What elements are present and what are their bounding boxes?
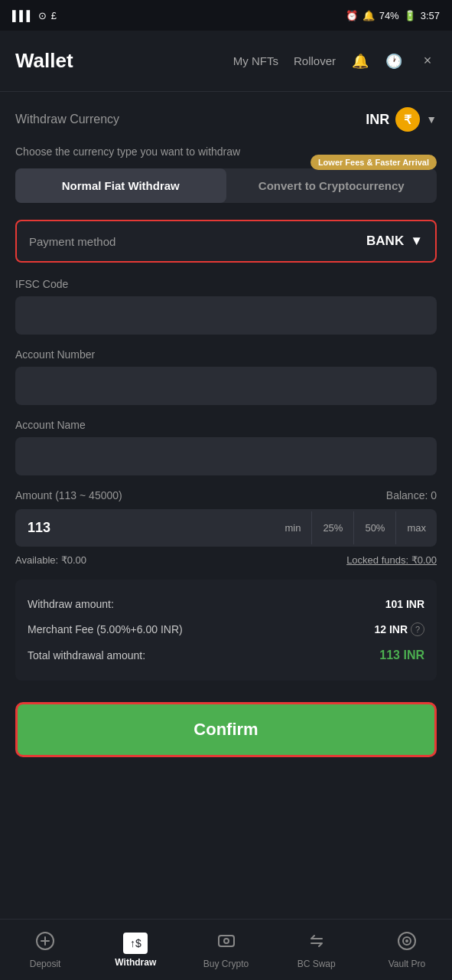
withdraw-amount-row: Withdraw amount: 101 INR	[28, 592, 424, 616]
withdraw-icon: ↑$	[123, 933, 148, 954]
header-nav: My NFTs Rollover 🔔 🕐 ×	[233, 52, 437, 70]
withdraw-label: Withdraw	[115, 957, 156, 968]
nav-withdraw[interactable]: ↑$ Withdraw	[90, 920, 180, 980]
amount-header-row: Amount (113 ~ 45000) Balance: 0	[15, 489, 437, 501]
currency-symbol: ₹	[404, 113, 411, 127]
nav-bc-swap[interactable]: BC Swap	[272, 920, 362, 980]
wifi-icon: ⊙	[38, 10, 47, 21]
currency-icon: ₹	[395, 107, 420, 132]
account-name-group: Account Name	[15, 419, 437, 475]
withdraw-type-toggle: Normal Fiat Withdraw Convert to Cryptocu…	[15, 168, 437, 203]
50pct-btn[interactable]: 50%	[353, 511, 395, 544]
rollover-link[interactable]: Rollover	[294, 54, 336, 67]
chevron-down-icon: ▼	[426, 113, 437, 126]
ifsc-code-input[interactable]	[15, 296, 437, 335]
merchant-fee-label: Merchant Fee (5.00%+6.00 INR)	[28, 623, 183, 635]
status-left: ▌▌▌ ⊙ £	[12, 10, 57, 21]
page-title: Wallet	[15, 49, 233, 73]
withdraw-currency-label: Withdraw Currency	[15, 113, 119, 126]
available-locked-row: Available: ₹0.00 Locked funds: ₹0.00	[15, 554, 437, 566]
ifsc-code-group: IFSC Code	[15, 278, 437, 335]
min-btn[interactable]: min	[274, 511, 311, 544]
summary-box: Withdraw amount: 101 INR Merchant Fee (5…	[15, 580, 437, 681]
confirm-button[interactable]: Confirm	[15, 702, 437, 757]
currency-code: INR	[366, 112, 389, 128]
withdraw-currency-row: Withdraw Currency INR ₹ ▼	[15, 107, 437, 132]
signal-icon: ▌▌▌	[12, 10, 34, 21]
available-text: Available: ₹0.00	[15, 554, 86, 566]
close-icon[interactable]: ×	[418, 52, 437, 70]
buy-crypto-label: Buy Crypto	[203, 959, 249, 969]
account-number-label: Account Number	[15, 348, 437, 361]
fee-info-icon[interactable]: ?	[411, 622, 424, 636]
merchant-fee-value: 12 INR	[374, 623, 408, 635]
withdraw-amount-value: 101 INR	[385, 598, 424, 610]
withdraw-amount-label: Withdraw amount:	[28, 598, 114, 610]
convert-crypto-btn[interactable]: Convert to Cryptocurrency	[226, 168, 437, 203]
amount-input-row: min 25% 50% max	[15, 509, 437, 547]
payment-method-selector[interactable]: Payment method BANK ▼	[15, 220, 437, 263]
deposit-icon	[35, 931, 55, 956]
amount-input[interactable]	[15, 509, 274, 547]
locked-funds-text[interactable]: Locked funds: ₹0.00	[346, 554, 437, 566]
battery-icon: 🔋	[404, 10, 416, 21]
buy-crypto-icon	[216, 931, 236, 956]
mute-icon: 🔔	[363, 10, 375, 21]
total-withdrawal-value: 113 INR	[379, 648, 424, 662]
account-name-input[interactable]	[15, 437, 437, 475]
ifsc-code-label: IFSC Code	[15, 278, 437, 290]
merchant-fee-row: Merchant Fee (5.00%+6.00 INR) 12 INR ?	[28, 616, 424, 642]
alarm-icon: ⏰	[346, 10, 358, 21]
nav-buy-crypto[interactable]: Buy Crypto	[180, 920, 271, 980]
max-btn[interactable]: max	[395, 511, 437, 544]
notification-icon[interactable]: 🔔	[351, 52, 369, 70]
payment-method-value: BANK ▼	[366, 234, 423, 249]
account-name-label: Account Name	[15, 419, 437, 431]
history-icon[interactable]: 🕐	[385, 52, 403, 70]
svg-rect-1	[219, 936, 234, 946]
bc-swap-label: BC Swap	[298, 959, 336, 969]
payment-method-label: Payment method	[29, 235, 115, 248]
vault-pro-icon	[397, 931, 417, 956]
normal-fiat-btn[interactable]: Normal Fiat Withdraw	[15, 168, 226, 203]
status-right: ⏰ 🔔 74% 🔋 3:57	[346, 10, 440, 21]
25pct-btn[interactable]: 25%	[311, 511, 353, 544]
bottom-nav: Deposit ↑$ Withdraw Buy Crypto BC Swap	[0, 919, 452, 980]
deposit-label: Deposit	[30, 959, 61, 969]
nav-deposit[interactable]: Deposit	[0, 920, 90, 980]
main-content: Withdraw Currency INR ₹ ▼ Choose the cur…	[0, 92, 452, 919]
bc-swap-icon	[307, 931, 327, 956]
account-number-input[interactable]	[15, 367, 437, 405]
balance-label: Balance: 0	[386, 489, 437, 501]
status-bar: ▌▌▌ ⊙ £ ⏰ 🔔 74% 🔋 3:57	[0, 0, 452, 31]
vault-pro-label: Vault Pro	[389, 959, 425, 969]
payment-method-text: BANK	[366, 234, 404, 249]
my-nfts-link[interactable]: My NFTs	[233, 54, 278, 67]
payment-chevron-icon: ▼	[410, 234, 423, 249]
total-withdrawal-label: Total withdrawal amount:	[28, 649, 145, 662]
svg-point-5	[405, 939, 408, 942]
svg-point-2	[224, 939, 229, 943]
total-withdrawal-row: Total withdrawal amount: 113 INR	[28, 642, 424, 668]
header: Wallet My NFTs Rollover 🔔 🕐 ×	[0, 31, 452, 92]
merchant-fee-value-group: 12 INR ?	[374, 622, 424, 636]
nav-vault-pro[interactable]: Vault Pro	[362, 920, 452, 980]
currency-selector[interactable]: INR ₹ ▼	[366, 107, 437, 132]
account-number-group: Account Number	[15, 348, 437, 405]
amount-label: Amount (113 ~ 45000)	[15, 489, 122, 501]
time-display: 3:57	[421, 10, 440, 21]
confirm-btn-wrap: Confirm	[15, 702, 437, 776]
battery-text: 74%	[379, 10, 399, 21]
carrier-icon: £	[51, 10, 57, 21]
lower-fees-badge: Lower Fees & Faster Arrival	[311, 155, 437, 170]
